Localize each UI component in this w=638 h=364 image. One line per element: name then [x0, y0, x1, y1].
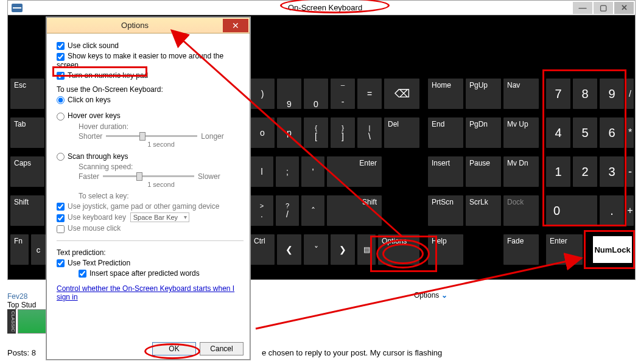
key-esc[interactable]: Esc	[10, 79, 44, 109]
numpad-9[interactable]: 9	[600, 79, 624, 109]
key-quote[interactable]: '	[301, 156, 324, 187]
key-shift-left[interactable]: Shift	[10, 195, 44, 226]
key-dash[interactable]: _-	[331, 79, 355, 109]
key-right[interactable]: ❯	[331, 234, 355, 265]
key-numlock[interactable]: NumLock	[591, 234, 634, 265]
key-semicolon[interactable]: ;	[276, 156, 299, 187]
key-mvup[interactable]: Mv Up	[503, 117, 539, 148]
key-9[interactable]: 9	[277, 79, 301, 109]
chevron-down-icon: ⌄	[441, 291, 447, 299]
key-nav[interactable]: Nav	[503, 79, 539, 109]
options-dialog: Options ✕ Use click sound Show keys to m…	[46, 17, 250, 360]
key-end[interactable]: End	[428, 117, 463, 148]
key-l[interactable]: l	[250, 156, 273, 187]
key-tab[interactable]: Tab	[10, 117, 44, 148]
key-lbracket[interactable]: {[	[304, 117, 328, 148]
key-down[interactable]: ˅	[304, 234, 328, 265]
numpad-5[interactable]: 5	[573, 117, 597, 148]
scan-speed-label: Scanning speed:	[79, 163, 244, 171]
select-key-label: To select a key:	[79, 192, 244, 200]
key-enter-main[interactable]: Enter	[327, 156, 382, 187]
maximize-button[interactable]: ▢	[594, 2, 613, 14]
text-prediction-label: Text prediction:	[57, 248, 244, 257]
key-c[interactable]: c	[31, 234, 46, 265]
chk-keyboard-key[interactable]: Use keyboard key Space Bar Key	[57, 212, 244, 222]
keyboard-icon	[12, 4, 23, 12]
key-backslash[interactable]: |\	[357, 117, 382, 148]
numpad-3[interactable]: 3	[600, 156, 624, 187]
numpad-4[interactable]: 4	[546, 117, 570, 148]
key-o[interactable]: o	[250, 117, 275, 148]
key-ctrl[interactable]: Ctrl	[250, 234, 275, 265]
hover-duration-label: Hover duration:	[79, 122, 244, 131]
key-home[interactable]: Home	[428, 79, 463, 109]
numpad-6[interactable]: 6	[600, 117, 624, 148]
key-shift-right[interactable]: Shift	[327, 195, 382, 226]
numpad-min[interactable]: -	[626, 156, 634, 187]
post-count: Posts: 8	[7, 348, 36, 357]
key-dot[interactable]: >.	[250, 195, 273, 226]
key-p[interactable]: p	[277, 117, 301, 148]
options-titlebar[interactable]: Options ✕	[47, 18, 250, 33]
key-caps[interactable]: Caps	[10, 156, 44, 187]
numpad-7[interactable]: 7	[546, 79, 570, 109]
chk-mouse-click[interactable]: Use mouse click	[57, 224, 244, 233]
radio-click-keys[interactable]: Click on keys	[57, 96, 244, 104]
numpad-1[interactable]: 1	[546, 156, 570, 187]
close-button[interactable]: ✕	[614, 2, 634, 14]
chk-click-sound[interactable]: Use click sound	[57, 41, 244, 50]
chk-joystick[interactable]: Use joystick, game pad or other gaming d…	[57, 202, 244, 211]
key-pause[interactable]: Pause	[466, 156, 501, 187]
keyboard-key-select[interactable]: Space Bar Key	[130, 212, 189, 222]
hover-slider[interactable]: Shorter Longer	[79, 132, 244, 141]
numpad-div[interactable]: /	[626, 79, 634, 109]
section-use-label: To use the On-Screen Keyboard:	[57, 85, 244, 94]
chk-show-keys[interactable]: Show keys to make it easier to move arou…	[57, 52, 244, 69]
numpad-dot[interactable]: .	[600, 195, 624, 226]
key-dock[interactable]: Dock	[503, 195, 539, 226]
key-0[interactable]: 0	[304, 79, 328, 109]
minimize-button[interactable]: —	[573, 2, 592, 14]
classic-tab[interactable]: CLASSIC	[7, 309, 16, 334]
chk-numpad[interactable]: Turn on numeric key pad	[57, 71, 244, 80]
key-left[interactable]: ❮	[277, 234, 301, 265]
key-equal[interactable]: =	[357, 79, 382, 109]
key-prtscn[interactable]: PrtScn	[428, 195, 463, 226]
key-fade[interactable]: Fade	[503, 234, 539, 265]
key-mvdn[interactable]: Mv Dn	[503, 156, 539, 187]
key-del[interactable]: Del	[384, 117, 419, 148]
scan-slider[interactable]: Faster Slower	[79, 172, 244, 181]
numpad-plus[interactable]: +	[626, 195, 634, 226]
numpad-0[interactable]: 0	[546, 195, 597, 226]
hover-value: 1 second	[79, 141, 244, 148]
numpad-8[interactable]: 8	[573, 79, 597, 109]
reply-text: e chosen to reply to your post. My curso…	[262, 348, 442, 357]
key-scrlk[interactable]: ScrLk	[466, 195, 501, 226]
key-pgup[interactable]: PgUp	[466, 79, 501, 109]
key-rbracket[interactable]: }]	[331, 117, 355, 148]
numpad-2[interactable]: 2	[573, 156, 597, 187]
radio-scan-keys[interactable]: Scan through keys	[57, 152, 244, 161]
osk-titlebar[interactable]: On-Screen Keyboard — ▢ ✕	[8, 1, 635, 15]
options-close-button[interactable]: ✕	[223, 19, 248, 32]
radio-hover-keys[interactable]: Hover over keys	[57, 111, 244, 120]
key-9-sub	[250, 91, 275, 109]
key-pgdn[interactable]: PgDn	[466, 117, 501, 148]
chk-text-prediction[interactable]: Use Text Prediction	[57, 259, 244, 267]
key-up[interactable]: ˄	[301, 195, 324, 226]
key-help[interactable]: Help	[428, 234, 463, 265]
numpad-enter[interactable]: Enter	[546, 234, 583, 265]
numpad-mul[interactable]: *	[626, 117, 634, 148]
startup-link[interactable]: Control whether the On-Screen Keyboard s…	[57, 284, 244, 301]
ok-button[interactable]: OK	[152, 342, 196, 355]
lower-options-link[interactable]: Options ⌄	[414, 291, 447, 299]
key-fn[interactable]: Fn	[10, 234, 29, 265]
chk-insert-space[interactable]: Insert space after predicted words	[79, 269, 244, 278]
key-options[interactable]: Options	[378, 234, 419, 265]
cancel-button[interactable]: Cancel	[200, 342, 244, 355]
key-slash[interactable]: ?/	[276, 195, 299, 226]
key-insert[interactable]: Insert	[428, 156, 463, 187]
key-menu[interactable]: ▤	[357, 234, 376, 265]
key-backspace[interactable]: ⌫	[384, 79, 419, 109]
options-title: Options	[47, 21, 223, 30]
